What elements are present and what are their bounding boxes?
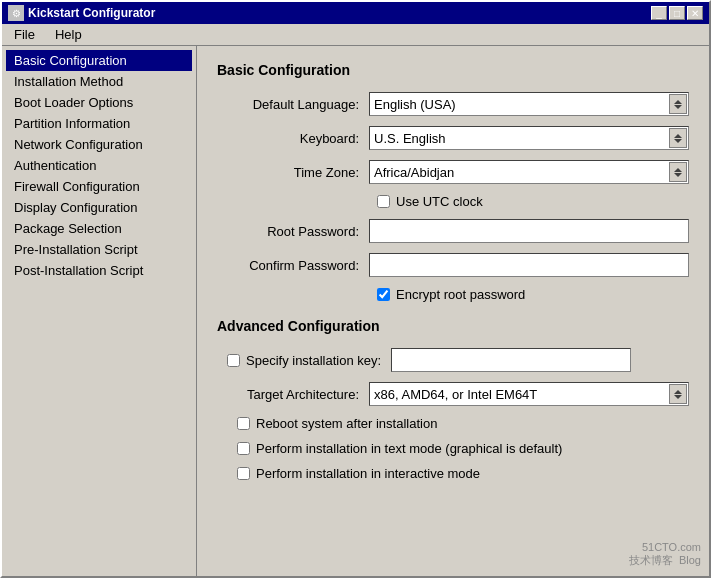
- keyboard-wrapper: U.S. English UK English French: [369, 126, 689, 150]
- utc-clock-checkbox[interactable]: [377, 195, 390, 208]
- sidebar-item-firewall-configuration[interactable]: Firewall Configuration: [6, 176, 192, 197]
- timezone-select[interactable]: Africa/Abidjan America/New_York Europe/L…: [369, 160, 689, 184]
- keyboard-row: Keyboard: U.S. English UK English French: [217, 126, 689, 150]
- specify-key-input[interactable]: [391, 348, 631, 372]
- window-title: Kickstart Configurator: [28, 6, 155, 20]
- title-buttons: _ □ ✕: [651, 6, 703, 20]
- text-mode-label: Perform installation in text mode (graph…: [256, 441, 562, 456]
- encrypt-password-checkbox[interactable]: [377, 288, 390, 301]
- sidebar-item-network-configuration[interactable]: Network Configuration: [6, 134, 192, 155]
- sidebar-item-package-selection[interactable]: Package Selection: [6, 218, 192, 239]
- interactive-mode-label: Perform installation in interactive mode: [256, 466, 480, 481]
- main-window: ⚙ Kickstart Configurator _ □ ✕ File Help…: [0, 0, 711, 578]
- confirm-password-control: [369, 253, 689, 277]
- sidebar-item-installation-method[interactable]: Installation Method: [6, 71, 192, 92]
- close-button[interactable]: ✕: [687, 6, 703, 20]
- default-language-row: Default Language: English (USA) English …: [217, 92, 689, 116]
- maximize-button[interactable]: □: [669, 6, 685, 20]
- keyboard-select[interactable]: U.S. English UK English French: [369, 126, 689, 150]
- sidebar-item-display-configuration[interactable]: Display Configuration: [6, 197, 192, 218]
- timezone-wrapper: Africa/Abidjan America/New_York Europe/L…: [369, 160, 689, 184]
- specify-key-label: Specify installation key:: [246, 353, 381, 368]
- specify-key-checkbox[interactable]: [227, 354, 240, 367]
- reboot-row: Reboot system after installation: [217, 416, 689, 431]
- main-panel: Basic Configuration Default Language: En…: [197, 46, 709, 576]
- target-arch-wrapper: x86, AMD64, or Intel EM64T x86 AMD64 s39…: [369, 382, 689, 406]
- title-bar-left: ⚙ Kickstart Configurator: [8, 5, 155, 21]
- timezone-control: Africa/Abidjan America/New_York Europe/L…: [369, 160, 689, 184]
- target-arch-row: Target Architecture: x86, AMD64, or Inte…: [217, 382, 689, 406]
- sidebar-item-boot-loader-options[interactable]: Boot Loader Options: [6, 92, 192, 113]
- confirm-password-label: Confirm Password:: [217, 258, 369, 273]
- root-password-input[interactable]: [369, 219, 689, 243]
- watermark-line3: Blog: [679, 554, 701, 566]
- root-password-row: Root Password:: [217, 219, 689, 243]
- sidebar-item-partition-information[interactable]: Partition Information: [6, 113, 192, 134]
- target-arch-select[interactable]: x86, AMD64, or Intel EM64T x86 AMD64 s39…: [369, 382, 689, 406]
- content-area: Basic Configuration Installation Method …: [2, 46, 709, 576]
- default-language-select[interactable]: English (USA) English (UK) French German: [369, 92, 689, 116]
- keyboard-label: Keyboard:: [217, 131, 369, 146]
- default-language-wrapper: English (USA) English (UK) French German: [369, 92, 689, 116]
- minimize-button[interactable]: _: [651, 6, 667, 20]
- sidebar-item-post-installation-script[interactable]: Post-Installation Script: [6, 260, 192, 281]
- basic-config-title: Basic Configuration: [217, 62, 689, 78]
- menu-file[interactable]: File: [6, 25, 43, 44]
- advanced-config-section: Advanced Configuration Specify installat…: [217, 318, 689, 481]
- confirm-password-row: Confirm Password:: [217, 253, 689, 277]
- target-arch-control: x86, AMD64, or Intel EM64T x86 AMD64 s39…: [369, 382, 689, 406]
- sidebar: Basic Configuration Installation Method …: [2, 46, 197, 576]
- sidebar-item-pre-installation-script[interactable]: Pre-Installation Script: [6, 239, 192, 260]
- default-language-control: English (USA) English (UK) French German: [369, 92, 689, 116]
- root-password-label: Root Password:: [217, 224, 369, 239]
- menubar: File Help: [2, 24, 709, 46]
- menu-help[interactable]: Help: [47, 25, 90, 44]
- advanced-config-title: Advanced Configuration: [217, 318, 689, 334]
- reboot-checkbox[interactable]: [237, 417, 250, 430]
- watermark: 51CTO.com 技术博客 Blog: [629, 541, 701, 568]
- watermark-line1: 51CTO.com: [642, 541, 701, 553]
- encrypt-password-row: Encrypt root password: [217, 287, 689, 302]
- confirm-password-input[interactable]: [369, 253, 689, 277]
- watermark-line2: 技术博客: [629, 554, 673, 566]
- sidebar-item-basic-configuration[interactable]: Basic Configuration: [6, 50, 192, 71]
- sidebar-item-authentication[interactable]: Authentication: [6, 155, 192, 176]
- reboot-label: Reboot system after installation: [256, 416, 437, 431]
- title-bar: ⚙ Kickstart Configurator _ □ ✕: [2, 2, 709, 24]
- utc-clock-row: Use UTC clock: [217, 194, 689, 209]
- app-icon: ⚙: [8, 5, 24, 21]
- keyboard-control: U.S. English UK English French: [369, 126, 689, 150]
- text-mode-row: Perform installation in text mode (graph…: [217, 441, 689, 456]
- text-mode-checkbox[interactable]: [237, 442, 250, 455]
- default-language-label: Default Language:: [217, 97, 369, 112]
- utc-clock-label: Use UTC clock: [396, 194, 483, 209]
- specify-key-row: Specify installation key:: [217, 348, 689, 372]
- timezone-label: Time Zone:: [217, 165, 369, 180]
- encrypt-password-label: Encrypt root password: [396, 287, 525, 302]
- root-password-control: [369, 219, 689, 243]
- timezone-row: Time Zone: Africa/Abidjan America/New_Yo…: [217, 160, 689, 184]
- interactive-mode-checkbox[interactable]: [237, 467, 250, 480]
- interactive-mode-row: Perform installation in interactive mode: [217, 466, 689, 481]
- target-arch-label: Target Architecture:: [217, 387, 369, 402]
